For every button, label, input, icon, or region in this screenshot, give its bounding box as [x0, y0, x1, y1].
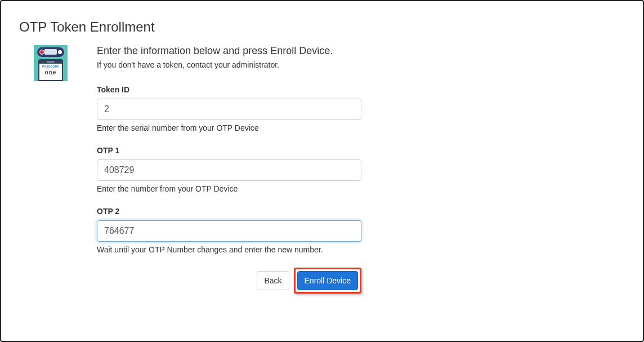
otp1-label: OTP 1	[97, 146, 361, 155]
intro-heading: Enter the information below and press En…	[97, 45, 436, 57]
otp1-input[interactable]	[97, 159, 361, 181]
page-title: OTP Token Enrollment	[19, 19, 625, 35]
phone-top-bar-icon	[39, 60, 62, 64]
otp1-group: OTP 1 Enter the number from your OTP Dev…	[97, 146, 361, 193]
enroll-highlight-box: Enroll Device	[294, 268, 361, 294]
token-id-group: Token ID Enter the serial number from yo…	[97, 85, 361, 132]
back-button[interactable]: Back	[257, 271, 289, 290]
token-id-hint: Enter the serial number from your OTP De…	[97, 123, 361, 132]
illustration-column: PASSCODE one	[19, 45, 75, 81]
otp2-label: OTP 2	[97, 207, 361, 216]
phone-header-label: PASSCODE	[42, 65, 59, 68]
otp2-group: OTP 2 Wait until your OTP Number changes…	[97, 207, 361, 254]
token-id-label: Token ID	[97, 85, 361, 94]
fob-screen-icon	[44, 49, 57, 55]
button-row: Back Enroll Device	[97, 268, 361, 294]
otp-token-illustration: PASSCODE one	[34, 45, 68, 81]
hardware-fob-icon	[37, 47, 64, 57]
enroll-device-button[interactable]: Enroll Device	[297, 271, 358, 290]
intro-subtext: If you don't have a token, contact your …	[97, 60, 436, 69]
content-row: PASSCODE one Enter the information below…	[19, 45, 625, 294]
otp1-hint: Enter the number from your OTP Device	[97, 184, 361, 193]
token-id-input[interactable]	[97, 99, 361, 120]
phone-speaker-icon	[47, 61, 55, 63]
phone-icon: PASSCODE one	[38, 59, 63, 81]
otp2-hint: Wait until your OTP Number changes and e…	[97, 245, 361, 254]
otp2-input[interactable]	[97, 220, 361, 242]
page-frame: OTP Token Enrollment PASSCODE one Enter …	[0, 0, 644, 342]
phone-body-label: one	[45, 69, 57, 75]
form-column: Enter the information below and press En…	[75, 45, 436, 294]
